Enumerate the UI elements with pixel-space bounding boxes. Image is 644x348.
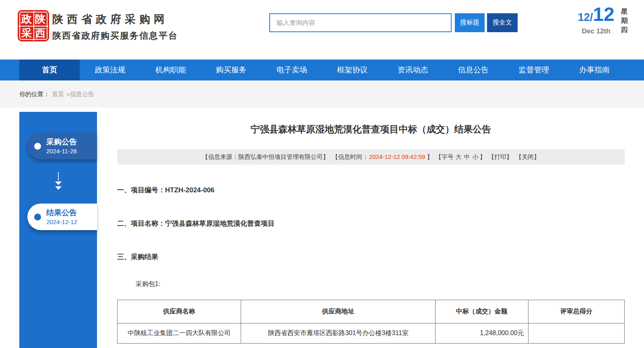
timeline-item-label: 结果公告 [46, 208, 77, 218]
seal-char: 政 [20, 12, 33, 26]
col-supplier-address: 供应商地址 [241, 300, 436, 323]
timeline-item-date: 2024-11-28 [46, 148, 77, 154]
timeline-down-arrow-icon [19, 172, 97, 190]
nav-item-guide[interactable]: 办事指南 [564, 60, 625, 80]
section-procurement-result: 三、采购结果 [117, 252, 625, 262]
timeline-item-procurement-notice[interactable]: 采购公告 2024-11-28 [27, 133, 97, 159]
table-header-row: 供应商名称 供应商地址 中标（成交）金额 评审总得分 [118, 300, 625, 323]
seal-char: 陕 [33, 12, 47, 26]
cell-award-amount: 1,248,000.00元 [436, 323, 528, 344]
nav-item-e-marketplace[interactable]: 电子卖场 [262, 60, 322, 80]
cell-review-score [528, 323, 624, 344]
site-subtitle: 陕西省政府购买服务信息平台 [52, 30, 178, 42]
timeline-item-result-notice[interactable]: 结果公告 2024-12-12 [27, 204, 97, 230]
close-link[interactable]: 【关闭】 [516, 153, 540, 160]
package-label: 采购包1: [136, 280, 625, 288]
main-area: 采购公告 2024-11-28 结果公告 2024-12-12 宁强县森林草原湿… [0, 108, 644, 348]
timeline-sidebar: 采购公告 2024-11-28 结果公告 2024-12-12 [19, 112, 97, 348]
article-meta-bar: 【信息来源：陕西弘泰中恒项目管理有限公司】 【信息时间：2024-12-12 0… [117, 149, 625, 165]
timeline-dot-icon [34, 143, 41, 150]
breadcrumb-current-link[interactable]: 信息公告 [70, 91, 94, 98]
meta-time-prefix: 【信息时间： [332, 153, 368, 160]
section-project-number: 一、项目编号：HTZH-2024-006 [117, 185, 625, 195]
site-title: 陕西省政府采购网 [52, 12, 168, 27]
meta-fontsize-prefix: 【字号 [436, 153, 454, 160]
col-review-score: 评审总得分 [528, 300, 624, 323]
col-supplier-name: 供应商名称 [118, 300, 241, 323]
page-header: 政 陕 采 西 陕西省政府采购网 陕西省政府购买服务信息平台 搜标题 搜全文 1… [0, 0, 644, 60]
meta-fontsize-suffix: 】 [480, 153, 486, 160]
article-title: 宁强县森林草原湿地荒漠化普查项目中标（成交）结果公告 [117, 123, 625, 136]
col-award-amount: 中标（成交）金额 [436, 300, 528, 323]
date-month: 12/ [578, 11, 593, 24]
seal-divider [19, 26, 48, 27]
date-weekday: 星期四 [621, 7, 629, 35]
search-input[interactable] [269, 13, 452, 32]
nav-item-policies[interactable]: 政策法规 [80, 60, 140, 80]
print-link[interactable]: 【打印】 [488, 153, 512, 160]
date-english: Dec 12th [578, 27, 615, 35]
breadcrumb-home-link[interactable]: 首页 [52, 91, 64, 98]
fontsize-medium-link[interactable]: 中 [464, 153, 470, 160]
seal-char: 西 [33, 26, 47, 40]
search-title-button[interactable]: 搜标题 [455, 13, 485, 32]
date-day: 12 [593, 5, 614, 24]
date-widget: 12/ 12 Dec 12th 星期四 [578, 5, 629, 35]
timeline-item-label: 采购公告 [46, 138, 77, 147]
site-logo-seal-icon: 政 陕 采 西 [18, 10, 49, 41]
timeline-dot-icon [34, 214, 41, 220]
timeline-item-date: 2024-12-12 [46, 218, 77, 225]
breadcrumb-label: 你的位置： [19, 91, 50, 98]
meta-source: 【信息来源：陕西弘泰中恒项目管理有限公司】 [202, 153, 329, 160]
nav-item-home[interactable]: 首页 [19, 60, 80, 80]
result-table: 供应商名称 供应商地址 中标（成交）金额 评审总得分 中陕核工业集团二一四大队有… [117, 300, 625, 344]
meta-time-suffix: 】 [427, 153, 433, 160]
article-content: 宁强县森林草原湿地荒漠化普查项目中标（成交）结果公告 【信息来源：陕西弘泰中恒项… [97, 108, 644, 348]
nav-item-purchase-services[interactable]: 购买服务 [201, 60, 261, 80]
breadcrumb-separator: > [66, 91, 70, 98]
breadcrumb: 你的位置： 首页 > 信息公告 [0, 80, 644, 108]
nav-item-framework-agreements[interactable]: 框架协议 [322, 60, 382, 80]
section-project-name: 二、项目名称：宁强县森林草原湿地荒漠化普查项目 [117, 219, 625, 228]
fontsize-large-link[interactable]: 大 [456, 153, 462, 160]
table-row: 中陕核工业集团二一四大队有限公司 陕西省西安市雁塔区西影路301号办公楼3楼31… [118, 323, 625, 344]
nav-item-announcements[interactable]: 信息公告 [443, 60, 504, 80]
cell-supplier-name: 中陕核工业集团二一四大队有限公司 [118, 323, 241, 344]
meta-time-value: 2024-12-12 09:42:59 [369, 153, 425, 160]
nav-item-functions[interactable]: 机构职能 [140, 60, 201, 80]
search-fulltext-button[interactable]: 搜全文 [487, 13, 518, 32]
nav-item-news[interactable]: 资讯动态 [382, 60, 443, 80]
main-nav: 首页 政策法规 机构职能 购买服务 电子卖场 框架协议 资讯动态 信息公告 监督… [0, 60, 644, 80]
cell-supplier-address: 陕西省西安市雁塔区西影路301号办公楼3楼311室 [241, 323, 436, 344]
seal-char: 采 [20, 26, 33, 40]
fontsize-small-link[interactable]: 小 [473, 153, 479, 160]
nav-item-supervision[interactable]: 监督管理 [504, 60, 564, 80]
